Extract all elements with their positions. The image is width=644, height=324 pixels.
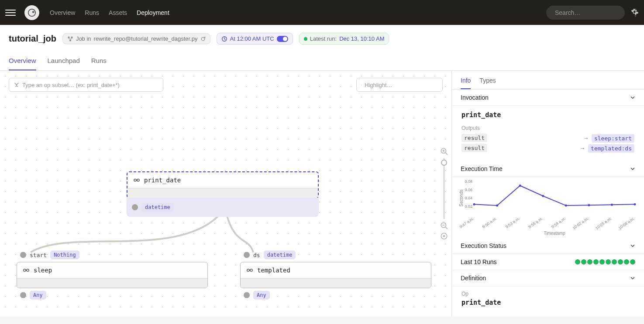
zoom-slider[interactable] [443,158,445,219]
svg-text:9:56 a.m.: 9:56 a.m. [527,216,543,229]
svg-point-6 [361,84,362,85]
svg-text:9:59 a.m.: 9:59 a.m. [551,216,566,229]
schedule-toggle[interactable] [277,36,288,42]
svg-point-35 [565,205,567,207]
nav-assets[interactable]: Assets [109,9,127,16]
output-row: result →templated:ds [461,144,634,152]
svg-text:0.04: 0.04 [465,196,472,200]
op-subset-input[interactable] [22,82,158,88]
schedule-chip[interactable]: At 12:00 AM UTC [217,33,293,45]
section-definition-header[interactable]: Definition [452,270,644,286]
op-subset-input-wrap[interactable] [9,78,163,92]
tab-overview[interactable]: Overview [9,57,36,70]
latest-run-chip[interactable]: Latest run: Dec 13, 10:10 AM [299,33,389,45]
section-title: Execution Time [461,165,503,172]
settings-icon[interactable] [631,8,639,17]
clock-icon [221,36,227,42]
nav-links: Overview Runs Assets Deployment [50,9,169,16]
input-port-icon [20,252,26,258]
svg-text:Timestamp: Timestamp [544,231,565,236]
svg-text:10:08 a.m.: 10:08 a.m. [618,216,636,230]
section-title: Definition [461,275,486,282]
output-type: datetime [141,203,174,212]
output-target[interactable]: templated:ds [588,144,634,153]
section-exec-status-header[interactable]: Execution Status [452,238,644,254]
run-status-dots[interactable] [575,259,635,265]
output-type: Any [30,291,46,300]
nav-deployment[interactable]: Deployment [137,9,169,16]
chevron-down-icon [630,95,635,100]
node-name: sleep [34,267,52,274]
section-exec-time-header[interactable]: Execution Time [452,161,644,177]
svg-point-14 [247,269,249,271]
section-invocation-header[interactable]: Invocation [452,90,644,106]
nav-runs[interactable]: Runs [85,9,99,16]
menu-icon[interactable] [5,7,16,18]
output-target[interactable]: sleep:start [592,134,634,143]
tab-launchpad[interactable]: Launchpad [48,57,80,70]
main: print_date datetime start Nothing [0,71,644,317]
node-name: print_date [144,177,181,184]
invocation-name: print_date [461,111,634,119]
svg-line-7 [362,85,362,85]
svg-point-8 [134,179,136,181]
search-icon [361,82,362,88]
op-icon [23,267,29,273]
highlight-input[interactable] [365,82,438,88]
svg-point-9 [137,179,139,181]
last-runs-label: Last 10 Runs [461,258,497,265]
sidebar: Info Types Invocation print_date Outputs… [451,71,644,317]
svg-text:9:47 a.m.: 9:47 a.m. [459,216,475,229]
svg-point-33 [519,185,521,187]
svg-text:9:53 a.m.: 9:53 a.m. [505,216,520,229]
highlight-input-wrap[interactable] [356,78,443,92]
fit-icon[interactable] [440,232,448,240]
op-label: Op [461,291,634,297]
output-name: result [461,144,487,152]
chevron-down-icon [630,275,635,281]
svg-point-31 [473,203,475,206]
svg-point-34 [542,195,544,197]
repo-chip[interactable]: Job in rewrite_repo@tutorial_rewrite_dag… [62,33,210,44]
input-name: start [30,252,47,258]
schedule-text: At 12:00 AM UTC [230,35,274,42]
svg-point-37 [611,204,613,206]
outputs-label: Outputs [461,125,634,131]
exec-time-chart: 0.020.040.060.08Seconds9:47 a.m.9:50 a.m… [452,177,644,238]
global-search[interactable]: / [546,6,625,20]
section-title: Execution Status [461,242,506,249]
definition-body: Op print_date [452,286,644,311]
nav-overview[interactable]: Overview [50,9,75,16]
svg-text:0.06: 0.06 [465,188,472,192]
chevron-down-icon [630,243,635,248]
arrow-icon: → [583,135,589,142]
job-title: tutorial_job [9,34,56,44]
node-sleep[interactable]: start Nothing sleep Any [17,248,209,302]
reload-icon[interactable] [200,36,206,42]
logo[interactable] [24,5,39,20]
svg-rect-2 [68,36,70,38]
svg-line-22 [445,227,448,229]
svg-point-38 [634,203,636,206]
status-dot-icon [304,37,307,41]
job-in-label: Job in [76,35,91,42]
node-name: templated [257,267,290,274]
node-print-date[interactable]: print_date datetime [127,171,323,217]
tab-info[interactable]: Info [461,77,471,89]
last-runs-row: Last 10 Runs [452,254,644,270]
tab-types[interactable]: Types [479,77,496,89]
input-type: Nothing [50,251,79,259]
zoom-out-icon[interactable] [440,222,448,230]
section-title: Invocation [461,94,489,101]
output-port-icon [132,204,138,210]
node-templated[interactable]: ds datetime templated Any [240,248,432,302]
output-name: result [461,134,487,142]
input-type: datetime [264,251,296,259]
zoom-in-icon[interactable] [440,147,448,155]
search-input[interactable] [555,9,631,16]
tab-runs[interactable]: Runs [91,57,107,70]
svg-point-32 [496,205,498,207]
svg-text:0.08: 0.08 [465,179,472,184]
graph-canvas[interactable]: print_date datetime start Nothing [0,71,451,317]
svg-point-15 [250,269,252,271]
